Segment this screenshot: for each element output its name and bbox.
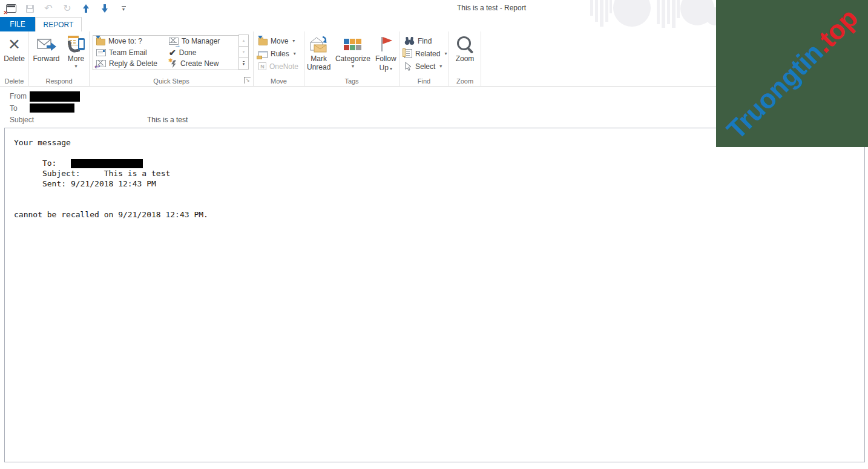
chevron-down-icon: ▾	[439, 64, 442, 69]
chevron-down-icon: ▾	[121, 6, 127, 11]
watermark-text: Truongtin.top	[721, 2, 864, 145]
quick-step-team-email[interactable]: Team Email	[93, 47, 166, 59]
gallery-overflow-icon: ▾	[243, 61, 245, 66]
categorize-dropdown-icon: ▾	[352, 64, 354, 69]
quick-step-label: Move to: ?	[108, 37, 142, 45]
move-button-label: Move	[271, 37, 288, 45]
quick-step-move-to[interactable]: Move to: ?	[93, 36, 166, 47]
move-folder-icon	[258, 39, 268, 45]
to-field-label: To	[10, 104, 18, 113]
move-to-folder-icon	[96, 39, 105, 45]
watermark-overlay: Truongtin.top	[716, 0, 868, 147]
more-button-label: More	[68, 54, 84, 63]
mark-unread-label: Mark Unread	[305, 54, 333, 71]
subject-field-value: This is a test	[147, 116, 188, 124]
onenote-button-label: OneNote	[269, 62, 298, 71]
ribbon-group-find: Find Related ▾ Select ▾ Find	[399, 31, 449, 86]
next-item-button[interactable]	[98, 2, 111, 15]
quick-step-done[interactable]: ✔ Done	[166, 47, 238, 59]
mail-report-icon	[6, 4, 16, 13]
binoculars-icon	[404, 36, 415, 45]
done-check-icon: ✔	[169, 48, 176, 57]
quick-steps-gallery-more-button[interactable]: ▾	[238, 57, 249, 70]
related-button[interactable]: Related ▾	[404, 48, 449, 59]
redo-icon: ↻	[63, 4, 71, 13]
follow-up-label-line1: Follow	[375, 54, 396, 63]
ribbon-group-quick-steps: Move to: ? Team Email ↩ Reply & Delete →…	[90, 31, 254, 86]
redacted-recipient-value	[71, 159, 143, 168]
customize-quick-access-button[interactable]: ▾	[117, 2, 130, 15]
rules-button-label: Rules	[271, 50, 289, 58]
body-line: cannot be recalled on 9/21/2018 12:43 PM…	[14, 210, 208, 219]
delete-button-label: Delete	[4, 54, 25, 63]
create-new-lightning-icon: ✱	[169, 59, 177, 68]
follow-up-flag-icon	[379, 36, 392, 53]
window-title: This is a test - Report	[422, 4, 561, 12]
quick-access-toolbar: ↶ ↻ ▾	[4, 2, 130, 15]
zoom-button[interactable]: Zoom	[456, 34, 475, 63]
quick-step-create-new[interactable]: ✱ Create New	[166, 58, 238, 70]
body-line: Subject: This is a test	[14, 169, 170, 178]
delete-button[interactable]: ✕ Delete	[4, 34, 25, 63]
find-button[interactable]: Find	[404, 35, 449, 47]
quick-step-label: Done	[179, 48, 197, 57]
chevron-down-icon: ▾	[390, 66, 392, 71]
select-button[interactable]: Select ▾	[404, 61, 449, 72]
delete-x-icon: ✕	[8, 35, 21, 53]
down-arrow-icon	[102, 4, 108, 13]
report-message-icon[interactable]	[4, 2, 18, 15]
redacted-from-value	[30, 91, 80, 102]
body-line: To:	[14, 159, 71, 168]
chevron-down-icon: ▾	[292, 38, 295, 44]
quick-steps-dialog-launcher[interactable]: ↘	[244, 77, 251, 84]
ribbon-group-zoom: Zoom Zoom	[449, 31, 481, 86]
quick-step-label: Reply & Delete	[109, 59, 157, 68]
group-label-tags: Tags	[304, 77, 399, 85]
save-icon	[26, 5, 34, 13]
watermark-main-text: Truongtin	[721, 37, 829, 145]
forward-button[interactable]: Forward	[30, 34, 63, 69]
follow-up-button[interactable]: Follow Up▾	[373, 34, 399, 73]
up-arrow-icon	[83, 4, 89, 13]
tab-report[interactable]: REPORT	[35, 17, 82, 31]
redacted-to-value	[30, 103, 74, 113]
chevron-down-icon: ▾	[444, 51, 447, 56]
group-label-delete: Delete	[0, 77, 28, 85]
categorize-icon	[344, 39, 361, 50]
onenote-icon: N	[258, 62, 266, 70]
quick-steps-scroll-down-button[interactable]: ▾	[238, 46, 249, 58]
mark-unread-icon	[309, 35, 329, 53]
quick-steps-scrollbar: ▴ ▾ ▾	[238, 35, 249, 70]
save-button[interactable]	[23, 2, 36, 15]
rules-button[interactable]: Rules ▾	[258, 48, 304, 59]
chevron-down-icon: ▾	[294, 51, 296, 56]
find-button-label: Find	[418, 37, 432, 45]
scroll-up-icon: ▴	[243, 38, 245, 43]
previous-item-button[interactable]	[79, 2, 93, 15]
onenote-button: N OneNote	[258, 61, 304, 72]
mark-unread-button[interactable]: Mark Unread	[304, 34, 333, 73]
more-respond-icon	[67, 35, 86, 53]
group-label-quick-steps: Quick Steps	[90, 77, 253, 85]
forward-button-label: Forward	[33, 54, 59, 63]
group-label-zoom: Zoom	[449, 77, 481, 85]
group-label-respond: Respond	[29, 77, 89, 85]
from-field-label: From	[10, 92, 27, 100]
undo-button[interactable]: ↶	[42, 2, 55, 15]
outlook-report-window: ↶ ↻ ▾ This is a test - Report FILE REPOR…	[0, 0, 868, 469]
quick-steps-scroll-up-button[interactable]: ▴	[238, 34, 249, 47]
related-document-icon	[404, 49, 412, 58]
quick-steps-gallery: Move to: ? Team Email ↩ Reply & Delete →…	[93, 35, 239, 70]
message-body[interactable]: Your message To: Subject: This is a test…	[4, 128, 865, 462]
more-respond-button[interactable]: More ▾	[64, 34, 88, 69]
redo-button[interactable]: ↻	[61, 2, 74, 15]
move-button[interactable]: Move ▾	[258, 35, 304, 47]
ribbon-group-move: Move ▾ Rules ▾ N OneNote Move	[254, 31, 304, 86]
tab-file[interactable]: FILE	[0, 17, 35, 31]
message-body-text: Your message To: Subject: This is a test…	[14, 137, 864, 220]
categorize-button[interactable]: Categorize ▾	[334, 34, 371, 73]
quick-step-reply-delete[interactable]: ↩ Reply & Delete	[93, 58, 166, 70]
ribbon-group-delete: ✕ Delete Delete	[0, 31, 29, 86]
zoom-button-label: Zoom	[456, 54, 475, 63]
quick-step-to-manager[interactable]: → To Manager	[166, 36, 238, 47]
